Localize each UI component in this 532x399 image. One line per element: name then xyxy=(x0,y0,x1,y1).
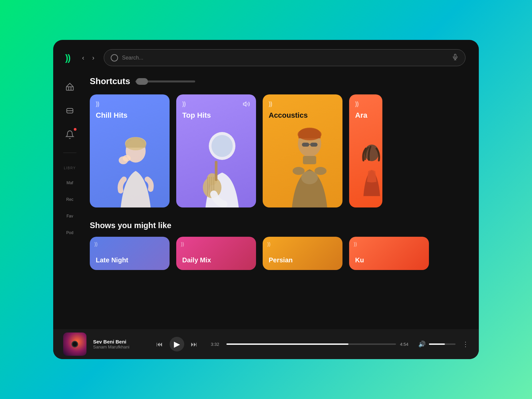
sidebar-icon-layers[interactable] xyxy=(63,103,77,118)
library-section-label: LIBRY xyxy=(64,166,76,170)
play-button[interactable]: ▶ xyxy=(170,337,184,351)
app-window: )) ‹ › xyxy=(53,40,479,359)
volume-fill xyxy=(429,343,445,345)
card-top-hits[interactable]: )) Top Hits xyxy=(176,94,256,207)
show-persian-logo: )) xyxy=(267,241,270,247)
shows-section: Shows you might like )) Late Night )) Da… xyxy=(90,221,466,270)
show-persian-title: Persian xyxy=(269,256,293,264)
mic-icon[interactable] xyxy=(452,54,459,62)
slider-thumb xyxy=(136,78,148,85)
shortcuts-cards-row: )) Chill Hits xyxy=(90,94,466,207)
sidebar-item-rec[interactable]: Rec xyxy=(65,196,74,203)
total-time: 4:54 xyxy=(400,342,412,347)
svg-rect-21 xyxy=(302,143,309,147)
arabic-artist-figure xyxy=(355,128,382,207)
card-acoustics[interactable]: )) Accoustics xyxy=(263,94,342,207)
shortcuts-title: Shortcuts xyxy=(90,76,130,86)
top-artist-figure xyxy=(182,128,256,207)
sidebar: LIBRY Maf Rec Fav Pod xyxy=(53,73,86,359)
back-button[interactable]: ‹ xyxy=(79,53,87,63)
shortcuts-slider[interactable] xyxy=(135,80,195,82)
player-artist: Sanam Marufkhani xyxy=(93,344,143,349)
sidebar-icon-notifications[interactable] xyxy=(63,127,77,142)
card-chill-title: Chill Hits xyxy=(96,111,127,120)
card-chill-hits[interactable]: )) Chill Hits xyxy=(90,94,170,207)
nav-arrows: ‹ › xyxy=(79,53,97,63)
show-card-daily-mix[interactable]: )) Daily Mix xyxy=(176,237,256,270)
show-late-title: Late Night xyxy=(96,256,128,264)
svg-point-11 xyxy=(211,135,233,157)
svg-rect-14 xyxy=(215,161,217,181)
show-card-persian[interactable]: )) Persian xyxy=(263,237,342,270)
forward-button[interactable]: › xyxy=(89,53,97,63)
page-content: Shortcuts )) Chill Hits xyxy=(86,73,479,359)
show-card-k[interactable]: )) Ku xyxy=(349,237,429,270)
show-late-logo: )) xyxy=(94,241,97,247)
show-k-logo: )) xyxy=(354,241,357,247)
card-top-title: Top Hits xyxy=(182,111,211,120)
svg-rect-24 xyxy=(303,156,316,164)
search-icon xyxy=(111,54,118,62)
sidebar-item-maf[interactable]: Maf xyxy=(65,179,74,187)
player-album-art xyxy=(63,332,86,356)
volume-bar[interactable] xyxy=(429,343,456,345)
current-time: 3:32 xyxy=(211,342,222,347)
svg-point-27 xyxy=(315,167,327,175)
progress-section: 3:32 4:54 xyxy=(211,342,412,347)
card-chill-logo: )) xyxy=(96,100,99,107)
svg-rect-2 xyxy=(66,87,73,90)
shortcuts-header: Shortcuts xyxy=(90,76,466,86)
vinyl-center xyxy=(71,341,78,347)
shows-title: Shows you might like xyxy=(90,221,466,230)
notification-dot xyxy=(74,128,76,131)
card-top-volume xyxy=(243,100,250,109)
more-options-button[interactable]: ⋮ xyxy=(462,340,469,348)
card-arabic-title: Ara xyxy=(355,111,367,120)
card-acoustics-logo: )) xyxy=(269,100,272,107)
sidebar-item-fav[interactable]: Fav xyxy=(65,212,74,220)
progress-bar[interactable] xyxy=(226,343,396,345)
player-controls: ⏮ ▶ ⏭ xyxy=(156,337,198,351)
sidebar-item-pod[interactable]: Pod xyxy=(65,229,74,236)
player-song-title: Sev Beni Beni xyxy=(93,339,143,344)
show-k-title: Ku xyxy=(355,256,364,264)
svg-point-26 xyxy=(293,167,305,175)
main-content: LIBRY Maf Rec Fav Pod Shortcuts )) Chill… xyxy=(53,73,479,359)
svg-rect-22 xyxy=(310,143,318,147)
next-button[interactable]: ⏭ xyxy=(191,340,198,348)
player-info: Sev Beni Beni Sanam Marufkhani xyxy=(93,339,143,349)
card-arabic-logo: )) xyxy=(355,100,358,107)
svg-marker-9 xyxy=(243,102,246,106)
app-logo: )) xyxy=(65,53,70,63)
progress-fill xyxy=(226,343,348,345)
player-bar: Sev Beni Beni Sanam Marufkhani ⏮ ▶ ⏭ 3:3… xyxy=(53,329,479,359)
card-acoustics-title: Accoustics xyxy=(269,111,308,120)
header: )) ‹ › xyxy=(53,40,479,73)
prev-button[interactable]: ⏮ xyxy=(156,340,163,348)
sidebar-icon-home[interactable] xyxy=(63,79,77,94)
show-daily-title: Daily Mix xyxy=(182,256,211,264)
search-bar xyxy=(104,49,466,66)
svg-point-8 xyxy=(123,155,131,162)
card-top-logo: )) xyxy=(182,100,186,107)
chill-artist-figure xyxy=(96,131,170,207)
shows-cards-row: )) Late Night )) Daily Mix )) Persian ))… xyxy=(90,237,466,270)
search-input[interactable] xyxy=(122,55,448,61)
svg-point-28 xyxy=(365,145,379,161)
volume-section: 🔊 xyxy=(418,340,456,348)
show-daily-logo: )) xyxy=(181,241,184,247)
show-card-late-night[interactable]: )) Late Night xyxy=(90,237,170,270)
volume-icon: 🔊 xyxy=(418,340,426,348)
acoustics-artist-figure xyxy=(269,124,342,207)
sidebar-divider xyxy=(63,153,76,153)
card-arabic[interactable]: )) Ara xyxy=(349,94,382,207)
